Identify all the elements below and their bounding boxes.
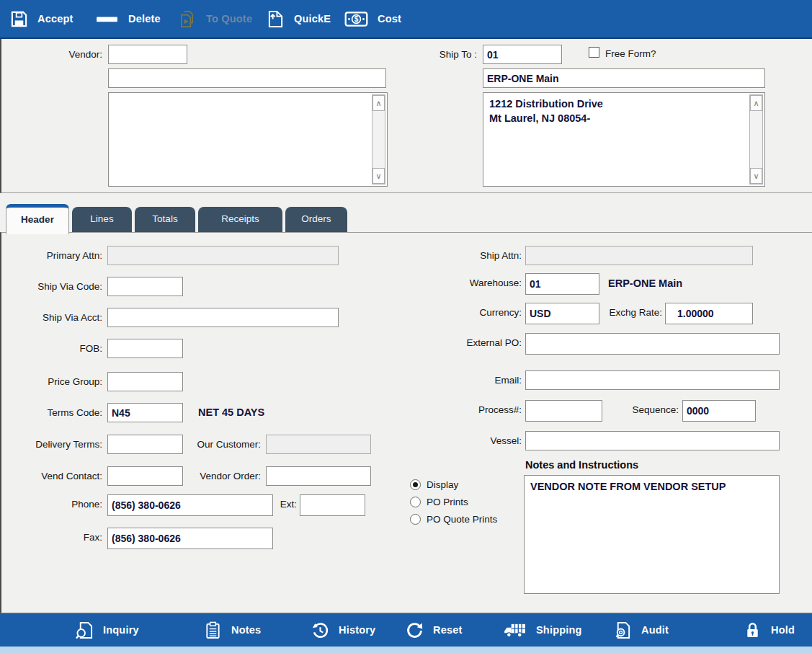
cost-dollar-icon: $	[344, 12, 368, 27]
external-po-input[interactable]	[525, 333, 780, 355]
ship-via-acct-label: Ship Via Acct:	[9, 312, 102, 323]
radio-display-label: Display	[427, 479, 458, 490]
notes-clipboard-icon	[204, 621, 222, 639]
notes-button[interactable]: Notes	[204, 613, 261, 647]
ship-to-address-text: 1212 Distribution Drive Mt Laurel, NJ 08…	[489, 97, 746, 126]
vendor-address-box[interactable]: ∧ ∨	[108, 92, 388, 187]
accept-label: Accept	[37, 13, 73, 25]
hold-padlock-icon	[744, 621, 762, 639]
hold-button[interactable]: Hold	[744, 613, 795, 647]
radio-po-quote-prints[interactable]	[410, 514, 421, 525]
vend-contact-input[interactable]	[107, 466, 183, 486]
notes-text: VENDOR NOTE FROM VENDOR SETUP	[530, 479, 773, 494]
audit-magnifier-icon	[614, 621, 632, 639]
notes-box[interactable]: VENDOR NOTE FROM VENDOR SETUP	[524, 475, 780, 594]
fax-label: Fax:	[9, 532, 102, 543]
terms-code-input[interactable]	[107, 403, 183, 422]
shipping-label: Shipping	[536, 624, 582, 636]
sequence-input[interactable]	[682, 400, 756, 422]
radio-display[interactable]	[410, 479, 421, 490]
cost-button[interactable]: $ Cost	[344, 0, 401, 37]
our-customer-label: Our Customer:	[185, 439, 261, 450]
quick-entry-page-icon	[267, 10, 285, 28]
vendor-order-input[interactable]	[266, 466, 371, 486]
tab-orders[interactable]: Orders	[285, 207, 347, 233]
vendor-order-label: Vendor Order:	[185, 471, 261, 481]
reset-arrow-icon	[406, 621, 424, 639]
price-group-input[interactable]	[107, 372, 183, 391]
scroll-up-icon[interactable]: ∧	[750, 95, 762, 111]
inquiry-label: Inquiry	[103, 624, 139, 636]
warehouse-description-text: ERP-ONE Main	[608, 277, 682, 289]
tab-header[interactable]: Header	[6, 204, 69, 234]
vendor-code-input[interactable]	[108, 45, 187, 64]
audit-button[interactable]: Audit	[614, 613, 669, 647]
process-num-input[interactable]	[525, 400, 602, 422]
to-quote-pages-icon	[179, 10, 197, 28]
fob-input[interactable]	[107, 339, 183, 358]
delete-bar-icon	[95, 10, 119, 28]
terms-code-label: Terms Code:	[9, 407, 102, 418]
fob-label: FOB:	[9, 343, 102, 354]
fax-input[interactable]	[107, 528, 273, 549]
warehouse-input[interactable]	[525, 273, 599, 295]
ext-input[interactable]	[300, 494, 365, 516]
scroll-down-icon[interactable]: ∨	[750, 168, 762, 184]
radio-po-quote-prints-label: PO Quote Prints	[427, 514, 497, 525]
header-tab-panel: Primary Attn: Ship Via Code: Ship Via Ac…	[0, 232, 812, 613]
ship-attn-input	[525, 246, 753, 265]
reset-button[interactable]: Reset	[406, 613, 463, 647]
history-button[interactable]: History	[311, 613, 375, 647]
tab-receipts[interactable]: Receipts	[198, 207, 282, 233]
phone-label: Phone:	[9, 499, 102, 510]
ship-via-code-input[interactable]	[107, 277, 183, 296]
inquiry-magnifier-icon	[76, 621, 94, 639]
phone-input[interactable]	[107, 494, 273, 516]
tab-lines[interactable]: Lines	[72, 207, 132, 233]
vend-contact-label: Vend Contact:	[9, 471, 102, 481]
currency-label: Currency:	[416, 307, 522, 318]
vendor-name-input[interactable]	[108, 68, 386, 88]
exchg-rate-input[interactable]	[665, 303, 753, 324]
ext-label: Ext:	[280, 499, 297, 510]
to-quote-button: To Quote	[179, 0, 252, 37]
primary-attn-label: Primary Attn:	[9, 250, 102, 261]
inquiry-button[interactable]: Inquiry	[76, 613, 139, 647]
save-icon	[10, 10, 28, 28]
free-form-checkbox[interactable]	[589, 47, 599, 58]
ship-to-address-box[interactable]: 1212 Distribution Drive Mt Laurel, NJ 08…	[483, 92, 765, 187]
history-clock-icon	[311, 621, 329, 639]
process-num-label: Process#:	[416, 404, 522, 415]
email-input[interactable]	[525, 370, 780, 390]
scroll-up-icon[interactable]: ∧	[372, 95, 385, 111]
quicke-label: QuickE	[294, 13, 331, 25]
exchg-rate-label: Exchg Rate:	[597, 307, 662, 318]
accept-button[interactable]: Accept	[10, 0, 73, 37]
ship-to-address-scrollbar[interactable]: ∧ ∨	[749, 94, 763, 185]
vessel-input[interactable]	[525, 431, 780, 450]
to-quote-label: To Quote	[206, 13, 252, 25]
radio-po-prints[interactable]	[410, 497, 421, 507]
hold-label: Hold	[771, 624, 795, 636]
audit-label: Audit	[641, 624, 669, 636]
primary-attn-input	[107, 246, 339, 265]
ship-to-code-input[interactable]	[483, 45, 562, 64]
cost-label: Cost	[378, 13, 401, 25]
shipping-button[interactable]: Shipping	[503, 613, 582, 647]
vendor-shipto-panel: Vendor: ∧ ∨ Ship To : Free Form? 1212 Di…	[0, 39, 812, 193]
scroll-down-icon[interactable]: ∨	[372, 168, 385, 184]
delivery-terms-input[interactable]	[107, 435, 183, 454]
ship-via-acct-input[interactable]	[107, 308, 339, 327]
currency-input[interactable]	[525, 303, 599, 324]
tab-totals[interactable]: Totals	[135, 207, 195, 233]
history-label: History	[339, 624, 375, 636]
vendor-address-scrollbar[interactable]: ∧ ∨	[372, 94, 385, 185]
notes-title: Notes and Instructions	[525, 459, 638, 471]
ship-to-name-input[interactable]	[483, 68, 765, 88]
notes-label: Notes	[231, 624, 261, 636]
quicke-button[interactable]: QuickE	[267, 0, 331, 37]
delete-button[interactable]: Delete	[95, 0, 161, 37]
reset-label: Reset	[433, 624, 463, 636]
shipping-truck-icon	[503, 622, 527, 639]
delete-label: Delete	[128, 13, 161, 25]
